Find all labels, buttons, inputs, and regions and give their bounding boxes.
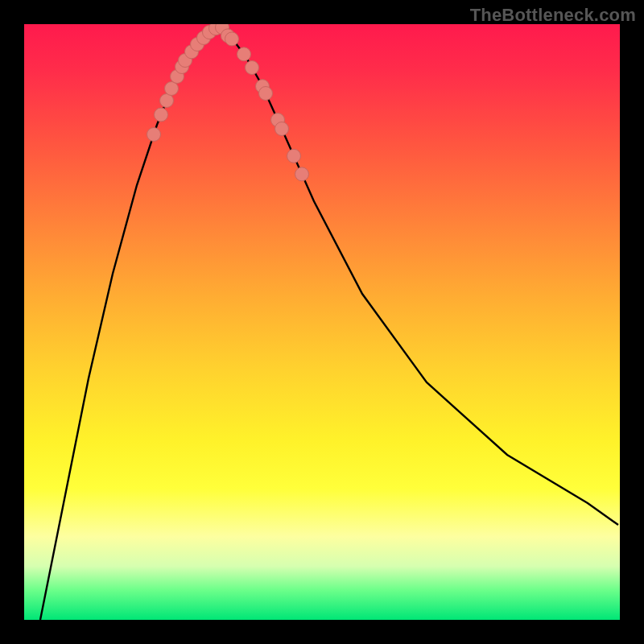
data-marker: [246, 61, 259, 75]
data-marker: [155, 108, 168, 122]
marker-group: [147, 24, 309, 181]
data-marker: [295, 167, 309, 181]
left-curve: [40, 27, 217, 620]
curves-svg: [24, 24, 620, 620]
data-marker: [287, 149, 301, 163]
data-marker: [259, 87, 273, 101]
data-marker: [147, 128, 161, 142]
data-marker: [165, 82, 179, 96]
data-marker: [275, 122, 289, 136]
data-marker: [225, 32, 239, 46]
watermark-text: TheBottleneck.com: [470, 5, 636, 26]
chart-frame: TheBottleneck.com: [0, 0, 644, 644]
plot-area: [24, 24, 620, 620]
data-marker: [237, 47, 251, 61]
data-marker: [160, 94, 174, 108]
right-curve: [217, 27, 618, 525]
